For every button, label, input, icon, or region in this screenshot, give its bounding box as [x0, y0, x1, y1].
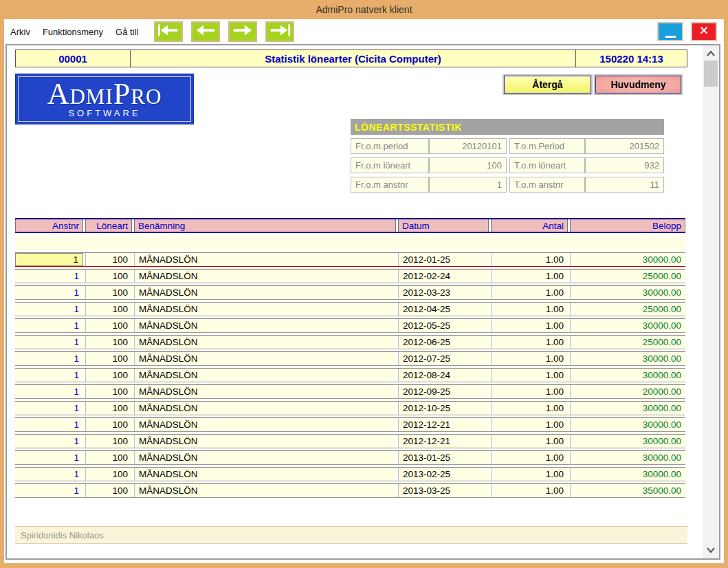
cell-benamning[interactable]: MÅNADSLÖN — [134, 336, 396, 349]
cell-benamning[interactable]: MÅNADSLÖN — [134, 286, 396, 299]
cell-benamning[interactable]: MÅNADSLÖN — [134, 451, 396, 464]
cell-belopp[interactable]: 20000.00 — [570, 385, 685, 398]
col-header-anstnr[interactable]: Anstnr — [15, 219, 83, 232]
cell-benamning[interactable]: MÅNADSLÖN — [134, 435, 396, 448]
cell-belopp[interactable]: 30000.00 — [570, 253, 685, 266]
cell-benamning[interactable]: MÅNADSLÖN — [134, 484, 396, 497]
cell-loneart[interactable]: 100 — [85, 319, 132, 332]
table-row[interactable]: 1100MÅNADSLÖN2012-03-231.0030000.00 — [15, 285, 685, 300]
cell-belopp[interactable]: 30000.00 — [570, 435, 685, 448]
col-header-antal[interactable]: Antal — [491, 219, 568, 232]
cell-antal[interactable]: 1.00 — [491, 286, 568, 299]
col-header-datum[interactable]: Datum — [398, 219, 489, 232]
cell-belopp[interactable]: 25000.00 — [570, 270, 685, 283]
cell-benamning[interactable]: MÅNADSLÖN — [134, 468, 396, 481]
cell-belopp[interactable]: 30000.00 — [570, 352, 685, 365]
cell-anstnr[interactable]: 1 — [15, 286, 83, 299]
cell-belopp[interactable]: 25000.00 — [570, 336, 685, 349]
back-button[interactable]: Återgå — [504, 76, 591, 94]
stats-value-field[interactable]: 11 — [585, 177, 664, 193]
cell-anstnr[interactable]: 1 — [15, 385, 83, 398]
cell-datum[interactable]: 2012-01-25 — [398, 253, 489, 266]
cell-belopp[interactable]: 30000.00 — [570, 319, 685, 332]
cell-belopp[interactable]: 25000.00 — [570, 303, 685, 316]
cell-datum[interactable]: 2012-06-25 — [398, 336, 489, 349]
cell-anstnr[interactable]: 1 — [15, 253, 83, 266]
cell-anstnr[interactable]: 1 — [15, 336, 83, 349]
cell-loneart[interactable]: 100 — [85, 286, 132, 299]
cell-datum[interactable]: 2012-04-25 — [398, 303, 489, 316]
cell-benamning[interactable]: MÅNADSLÖN — [134, 402, 396, 415]
cell-loneart[interactable]: 100 — [85, 253, 132, 266]
cell-datum[interactable]: 2013-02-25 — [398, 468, 489, 481]
cell-belopp[interactable]: 30000.00 — [570, 451, 685, 464]
col-header-benamning[interactable]: Benämning — [134, 219, 396, 232]
cell-datum[interactable]: 2012-12-21 — [398, 435, 489, 448]
table-row[interactable]: 1100MÅNADSLÖN2012-01-251.0030000.00 — [15, 252, 685, 267]
cell-benamning[interactable]: MÅNADSLÖN — [134, 418, 396, 431]
table-row[interactable]: 1100MÅNADSLÖN2012-05-251.0030000.00 — [15, 318, 685, 333]
table-row[interactable]: 1100MÅNADSLÖN2013-03-251.0035000.00 — [15, 483, 685, 498]
cell-loneart[interactable]: 100 — [85, 484, 132, 497]
cell-loneart[interactable]: 100 — [85, 468, 132, 481]
cell-datum[interactable]: 2012-09-25 — [398, 385, 489, 398]
cell-anstnr[interactable]: 1 — [15, 270, 83, 283]
cell-benamning[interactable]: MÅNADSLÖN — [134, 303, 396, 316]
cell-anstnr[interactable]: 1 — [15, 303, 83, 316]
cell-benamning[interactable]: MÅNADSLÖN — [134, 270, 396, 283]
stats-value-field[interactable]: 201502 — [585, 138, 664, 154]
cell-antal[interactable]: 1.00 — [491, 402, 568, 415]
cell-benamning[interactable]: MÅNADSLÖN — [134, 319, 396, 332]
cell-belopp[interactable]: 30000.00 — [570, 402, 685, 415]
first-record-button[interactable] — [154, 21, 183, 42]
table-row[interactable]: 1100MÅNADSLÖN2013-01-251.0030000.00 — [15, 450, 685, 465]
cell-antal[interactable]: 1.00 — [491, 303, 568, 316]
scrollbar-thumb[interactable] — [704, 61, 718, 87]
cell-loneart[interactable]: 100 — [85, 451, 132, 464]
cell-datum[interactable]: 2013-03-25 — [398, 484, 489, 497]
cell-anstnr[interactable]: 1 — [15, 435, 83, 448]
cell-anstnr[interactable]: 1 — [15, 352, 83, 365]
close-button[interactable] — [691, 22, 717, 41]
title-bar[interactable]: AdmiPro natverk klient — [0, 0, 728, 19]
next-record-button[interactable] — [228, 21, 257, 42]
cell-antal[interactable]: 1.00 — [491, 369, 568, 382]
col-header-belopp[interactable]: Belopp — [570, 219, 685, 232]
cell-belopp[interactable]: 30000.00 — [570, 468, 685, 481]
cell-datum[interactable]: 2012-12-21 — [398, 418, 489, 431]
cell-belopp[interactable]: 30000.00 — [570, 286, 685, 299]
minimize-button[interactable] — [657, 22, 683, 41]
table-row[interactable]: 1100MÅNADSLÖN2012-04-251.0025000.00 — [15, 302, 685, 316]
cell-antal[interactable]: 1.00 — [491, 336, 568, 349]
cell-benamning[interactable]: MÅNADSLÖN — [134, 253, 396, 266]
cell-benamning[interactable]: MÅNADSLÖN — [134, 385, 396, 398]
scroll-down-arrow-icon[interactable] — [703, 543, 719, 557]
cell-datum[interactable]: 2012-10-25 — [398, 402, 489, 415]
cell-antal[interactable]: 1.00 — [491, 418, 568, 431]
cell-antal[interactable]: 1.00 — [491, 484, 568, 497]
stats-value-field[interactable]: 20120101 — [429, 138, 507, 154]
table-row[interactable]: 1100MÅNADSLÖN2012-02-241.0025000.00 — [15, 269, 685, 283]
cell-anstnr[interactable]: 1 — [15, 468, 83, 481]
cell-datum[interactable]: 2012-08-24 — [398, 369, 489, 382]
cell-antal[interactable]: 1.00 — [491, 468, 568, 481]
menu-arkiv[interactable]: Arkiv — [4, 24, 36, 40]
previous-record-button[interactable] — [191, 21, 220, 42]
stats-value-field[interactable]: 1 — [429, 177, 507, 193]
cell-benamning[interactable]: MÅNADSLÖN — [134, 369, 396, 382]
cell-belopp[interactable]: 35000.00 — [570, 484, 685, 497]
cell-datum[interactable]: 2012-02-24 — [398, 270, 489, 283]
cell-loneart[interactable]: 100 — [85, 418, 132, 431]
table-row[interactable]: 1100MÅNADSLÖN2012-09-251.0020000.00 — [15, 384, 685, 399]
table-row[interactable]: 1100MÅNADSLÖN2012-07-251.0030000.00 — [15, 351, 685, 366]
cell-belopp[interactable]: 30000.00 — [570, 418, 685, 431]
table-row[interactable]: 1100MÅNADSLÖN2012-10-251.0030000.00 — [15, 401, 685, 415]
table-row[interactable]: 1100MÅNADSLÖN2012-12-211.0030000.00 — [15, 417, 685, 432]
cell-datum[interactable]: 2013-01-25 — [398, 451, 489, 464]
table-row[interactable]: 1100MÅNADSLÖN2012-08-241.0030000.00 — [15, 368, 685, 382]
table-row[interactable]: 1100MÅNADSLÖN2012-12-211.0030000.00 — [15, 434, 685, 448]
cell-loneart[interactable]: 100 — [85, 270, 132, 283]
cell-loneart[interactable]: 100 — [85, 385, 132, 398]
cell-belopp[interactable]: 30000.00 — [570, 369, 685, 382]
stats-value-field[interactable]: 100 — [429, 157, 507, 173]
